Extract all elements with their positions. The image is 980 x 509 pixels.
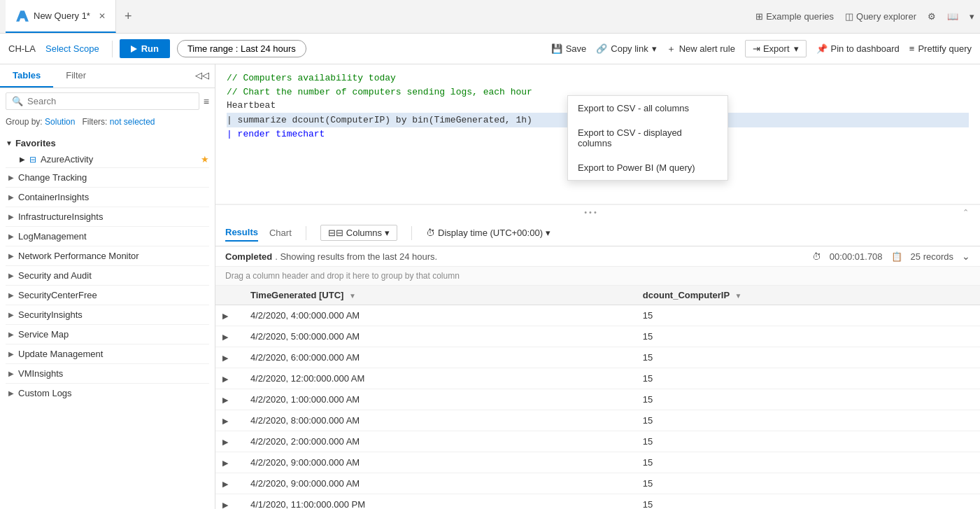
records-icon: 📋: [891, 251, 902, 262]
favorite-item-azureactivity[interactable]: ▶ ⊟ AzureActivity ★: [6, 151, 209, 167]
row-dcount: 15: [636, 347, 980, 368]
results-table: TimeGenerated [UTC] ▼ dcount_ComputerIP …: [215, 286, 980, 509]
close-icon[interactable]: ✕: [99, 11, 106, 21]
tab-results[interactable]: Results: [225, 224, 258, 242]
export-option-1[interactable]: Export to CSV - displayed columns: [568, 120, 727, 155]
play-icon: [131, 46, 137, 53]
table-body: ▶ 4/2/2020, 4:00:000.000 AM 15 ▶ 4/2/202…: [215, 305, 980, 510]
row-expander[interactable]: ▶: [215, 431, 243, 452]
tree-item-logmanagement[interactable]: ▶LogManagement: [6, 226, 209, 246]
tree-items-container: ▶Change Tracking▶ContainerInsights▶Infra…: [6, 167, 209, 403]
pin-icon: 📌: [816, 43, 828, 54]
filter-icon[interactable]: ≡: [199, 96, 209, 107]
row-expander[interactable]: ▶: [215, 305, 243, 326]
add-tab-button[interactable]: +: [116, 0, 141, 33]
table-row[interactable]: ▶ 4/1/2020, 11:00:000.000 PM 15: [215, 494, 980, 510]
time-range-button[interactable]: Time range : Last 24 hours: [177, 40, 306, 57]
chevron-right-icon: ▶: [8, 252, 14, 260]
tree-item-security-and-audit[interactable]: ▶Security and Audit: [6, 265, 209, 285]
table-row[interactable]: ▶ 4/2/2020, 6:00:000.000 AM 15: [215, 347, 980, 368]
row-expander[interactable]: ▶: [215, 473, 243, 494]
row-expander[interactable]: ▶: [215, 452, 243, 473]
table-row[interactable]: ▶ 4/2/2020, 5:00:000.000 AM 15: [215, 326, 980, 347]
table-row[interactable]: ▶ 4/2/2020, 12:00:000.000 AM 15: [215, 368, 980, 389]
search-box[interactable]: 🔍: [6, 92, 199, 110]
expand-button[interactable]: ⌄: [962, 251, 970, 262]
table-row[interactable]: ▶ 4/2/2020, 9:00:000.000 AM 15: [215, 452, 980, 473]
display-time-button[interactable]: ⏱ Display time (UTC+00:00) ▾: [426, 228, 551, 238]
workspace-label: CH-LA: [8, 43, 36, 54]
col-dcount-filter-icon[interactable]: ▼: [734, 292, 741, 300]
tab-filter[interactable]: Filter: [53, 64, 99, 88]
row-expander[interactable]: ▶: [215, 347, 243, 368]
export-option-2[interactable]: Export to Power BI (M query): [568, 155, 727, 180]
not-selected-link[interactable]: not selected: [110, 117, 155, 127]
chevron-right-icon: ▶: [8, 330, 14, 338]
row-dcount: 15: [636, 326, 980, 347]
tree-item-securityinsights[interactable]: ▶SecurityInsights: [6, 305, 209, 324]
tree-item-securitycenterfree[interactable]: ▶SecurityCenterFree: [6, 285, 209, 305]
collapse-panel-button[interactable]: ◁◁: [190, 64, 215, 88]
tree-item-vminsights[interactable]: ▶VMInsights: [6, 363, 209, 383]
favorites-header[interactable]: ▼ Favorites: [6, 135, 209, 151]
active-tab[interactable]: New Query 1* ✕: [6, 0, 116, 33]
tree-item-infrastructureinsights[interactable]: ▶InfrastructureInsights: [6, 207, 209, 226]
chevron-down-button[interactable]: ▾: [970, 11, 974, 22]
export-dropdown: Export to CSV - all columnsExport to CSV…: [567, 95, 728, 181]
row-expander[interactable]: ▶: [215, 389, 243, 410]
run-button[interactable]: Run: [120, 39, 170, 58]
tree-item-containerinsights[interactable]: ▶ContainerInsights: [6, 187, 209, 207]
row-timegenerated: 4/2/2020, 9:00:000.000 AM: [243, 473, 636, 494]
prettify-button[interactable]: ≡ Prettify query: [909, 43, 972, 54]
search-input[interactable]: [27, 96, 193, 106]
row-expander[interactable]: ▶: [215, 494, 243, 510]
pin-dashboard-button[interactable]: 📌 Pin to dashboard: [816, 43, 900, 54]
row-timegenerated: 4/2/2020, 4:00:000.000 AM: [243, 305, 636, 326]
tab-chart[interactable]: Chart: [269, 225, 292, 241]
status-left: Completed . Showing results from the las…: [225, 251, 437, 262]
table-icon: ⊟: [29, 155, 36, 165]
link-icon: 🔗: [596, 43, 607, 54]
save-button[interactable]: 💾 Save: [551, 43, 587, 54]
table-row[interactable]: ▶ 4/2/2020, 4:00:000.000 AM 15: [215, 305, 980, 326]
chevron-down-icon: ▾: [970, 11, 974, 22]
gear-button[interactable]: ⚙: [928, 11, 936, 22]
chevron-right-icon: ▶: [8, 213, 14, 221]
row-expander[interactable]: ▶: [215, 368, 243, 389]
row-expander[interactable]: ▶: [215, 326, 243, 347]
chevron-right-icon: ▶: [8, 232, 14, 240]
col-dcount-header[interactable]: dcount_ComputerIP ▼: [636, 286, 980, 305]
results-separator2: [411, 226, 412, 240]
new-alert-button[interactable]: ＋ New alert rule: [667, 43, 735, 55]
copy-link-button[interactable]: 🔗 Copy link ▾: [596, 43, 656, 54]
row-expander[interactable]: ▶: [215, 410, 243, 431]
tree-item-service-map[interactable]: ▶Service Map: [6, 324, 209, 344]
left-tabs: Tables Filter ◁◁: [0, 64, 215, 88]
col-timegenerated-header[interactable]: TimeGenerated [UTC] ▼: [243, 286, 636, 305]
tree-item-change-tracking[interactable]: ▶Change Tracking: [6, 167, 209, 187]
col-filter-icon[interactable]: ▼: [349, 292, 356, 300]
solution-link[interactable]: Solution: [45, 117, 75, 127]
export-option-0[interactable]: Export to CSV - all columns: [568, 96, 727, 120]
tree-item-update-management[interactable]: ▶Update Management: [6, 344, 209, 363]
columns-button[interactable]: ⊟⊟ Columns ▾: [320, 225, 397, 241]
col-number-header: [215, 286, 243, 305]
table-row[interactable]: ▶ 4/2/2020, 2:00:000.000 AM 15: [215, 431, 980, 452]
timer-icon: ⏱: [812, 251, 821, 262]
tree-item-network-performance-monitor[interactable]: ▶Network Performance Monitor: [6, 246, 209, 265]
table-row[interactable]: ▶ 4/2/2020, 1:00:000.000 AM 15: [215, 389, 980, 410]
table-row[interactable]: ▶ 4/2/2020, 9:00:000.000 AM 15: [215, 473, 980, 494]
select-scope-button[interactable]: Select Scope: [45, 43, 99, 54]
row-timegenerated: 4/2/2020, 9:00:000.000 AM: [243, 452, 636, 473]
row-dcount: 15: [636, 410, 980, 431]
tree-item-custom-logs[interactable]: ▶Custom Logs: [6, 383, 209, 403]
table-row[interactable]: ▶ 4/2/2020, 8:00:000.000 AM 15: [215, 410, 980, 431]
query-explorer-button[interactable]: ◫ Query explorer: [845, 11, 916, 22]
example-queries-button[interactable]: ⊞ Example queries: [755, 11, 834, 22]
collapse-editor-button[interactable]: ⌃: [963, 208, 977, 217]
chevron-right-icon: ▶: [8, 174, 14, 181]
export-button[interactable]: ⇥ Export ▾: [745, 40, 807, 57]
tab-tables[interactable]: Tables: [0, 64, 53, 88]
row-timegenerated: 4/2/2020, 6:00:000.000 AM: [243, 347, 636, 368]
book-button[interactable]: 📖: [947, 11, 958, 22]
